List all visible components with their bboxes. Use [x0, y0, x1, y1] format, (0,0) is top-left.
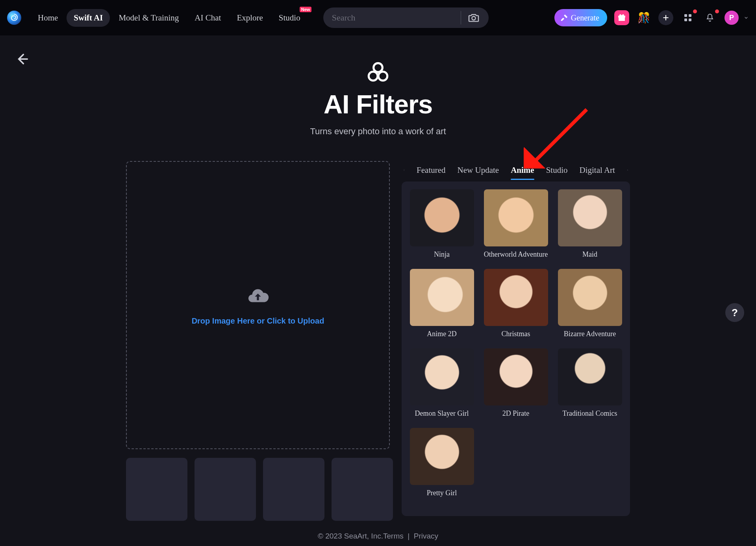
nav-home-label: Home: [38, 13, 58, 22]
main-nav: Home Swift AI Model & Training AI Chat E…: [31, 9, 308, 27]
tab-anime[interactable]: Anime: [511, 163, 534, 178]
tab-new-update[interactable]: New Update: [458, 163, 499, 178]
camera-icon[interactable]: [467, 11, 480, 24]
drop-text: Drop Image Here or Click to Upload: [192, 316, 324, 326]
header-actions: Generate 🎊: [554, 9, 749, 26]
filter-card-pretty-girl[interactable]: Pretty Girl: [409, 428, 475, 497]
face-thumb: [484, 269, 548, 326]
tabs-next-button[interactable]: [627, 167, 628, 174]
back-button[interactable]: [14, 51, 30, 67]
thumb-slot[interactable]: [126, 458, 187, 521]
svg-rect-1: [684, 14, 687, 17]
svg-rect-2: [689, 14, 691, 17]
brand-logo[interactable]: [7, 11, 21, 25]
nav-ai-chat[interactable]: AI Chat: [187, 9, 228, 27]
footer-sep: |: [408, 532, 410, 540]
apps-button[interactable]: [680, 10, 695, 25]
nav-model-training-label: Model & Training: [119, 13, 179, 22]
filter-grid: Ninja Otherworld Adventure Maid Anime 2D: [409, 189, 623, 497]
gift-button[interactable]: [614, 10, 629, 25]
filter-name: Bizarre Adventure: [564, 330, 616, 338]
filter-card-bizarre[interactable]: Bizarre Adventure: [557, 269, 623, 338]
filter-name: Anime 2D: [427, 330, 457, 338]
filter-name: Otherworld Adventure: [484, 250, 548, 259]
thumb-slot[interactable]: [332, 458, 393, 521]
filter-card-ninja[interactable]: Ninja: [409, 189, 475, 259]
search-input[interactable]: [332, 13, 458, 23]
filter-name: Maid: [582, 250, 597, 259]
nav-swift-ai[interactable]: Swift AI: [67, 9, 110, 27]
face-thumb: [410, 428, 474, 485]
filters-logo-icon: [365, 59, 391, 85]
notifications-button[interactable]: [702, 10, 717, 25]
nav-ai-chat-label: AI Chat: [195, 13, 221, 22]
swirl-icon: [9, 13, 19, 22]
avatar[interactable]: P: [724, 11, 739, 25]
confetti-button[interactable]: 🎊: [636, 10, 651, 25]
tabs-prev-button[interactable]: [403, 167, 405, 174]
face-thumb: [484, 189, 548, 246]
filter-card-christmas[interactable]: Christmas: [483, 269, 549, 338]
upload-column: Drop Image Here or Click to Upload: [126, 161, 393, 521]
svg-point-6: [369, 72, 378, 81]
nav-home[interactable]: Home: [31, 9, 65, 27]
gift-icon: [617, 13, 626, 22]
face-thumb: [410, 269, 474, 326]
nav-swift-ai-label: Swift AI: [74, 13, 103, 22]
tab-digital-art-label: Digital Art: [579, 165, 615, 175]
generate-button[interactable]: Generate: [554, 9, 607, 26]
tab-digital-art[interactable]: Digital Art: [579, 163, 615, 178]
filter-card-2d-pirate[interactable]: 2D Pirate: [483, 348, 549, 418]
upload-dropzone[interactable]: Drop Image Here or Click to Upload: [126, 161, 390, 449]
tab-featured[interactable]: Featured: [417, 163, 445, 178]
face-thumb: [484, 348, 548, 405]
notif-dot: [715, 9, 719, 13]
main-content: AI Filters Turns every photo into a work…: [126, 59, 630, 521]
face-thumb: [558, 348, 622, 405]
filter-card-traditional[interactable]: Traditional Comics: [557, 348, 623, 418]
footer: © 2023 SeaArt, Inc.Terms | Privacy: [0, 532, 756, 540]
plus-icon: [662, 14, 670, 22]
recent-thumbnails: [126, 458, 393, 521]
filter-panel: Ninja Otherworld Adventure Maid Anime 2D: [402, 181, 630, 516]
filter-category-tabs: Featured New Update Anime Studio Digital…: [402, 161, 630, 179]
svg-rect-4: [689, 19, 691, 21]
filter-card-anime2d[interactable]: Anime 2D: [409, 269, 475, 338]
filter-name: Christmas: [501, 330, 530, 338]
search-separator: [461, 11, 461, 24]
thumb-slot[interactable]: [263, 458, 324, 521]
apps-notification-dot: [693, 9, 697, 13]
grid-icon: [683, 13, 693, 22]
nav-studio-label: Studio: [279, 13, 300, 22]
help-icon: ?: [732, 307, 738, 319]
add-button[interactable]: [658, 10, 673, 25]
footer-privacy[interactable]: Privacy: [414, 532, 438, 540]
filter-column: Featured New Update Anime Studio Digital…: [402, 161, 630, 516]
search-bar[interactable]: [323, 7, 489, 28]
svg-point-7: [378, 72, 387, 81]
bell-icon: [705, 13, 715, 22]
svg-rect-3: [684, 19, 687, 21]
svg-point-5: [374, 63, 383, 72]
brush-icon: [560, 13, 569, 22]
new-badge: New: [300, 7, 312, 12]
filter-card-otherworld[interactable]: Otherworld Adventure: [483, 189, 549, 259]
filter-card-demon-slayer[interactable]: Demon Slayer Girl: [409, 348, 475, 418]
face-thumb: [558, 269, 622, 326]
tab-studio[interactable]: Studio: [546, 163, 568, 178]
nav-studio[interactable]: Studio New: [272, 9, 308, 27]
footer-terms[interactable]: Terms: [383, 532, 404, 540]
filter-name: Pretty Girl: [427, 489, 457, 497]
page-title: AI Filters: [324, 89, 433, 119]
help-button[interactable]: ?: [725, 303, 744, 322]
page-subtitle: Turns every photo into a work of art: [310, 126, 446, 137]
tab-featured-label: Featured: [417, 165, 445, 175]
nav-model-training[interactable]: Model & Training: [111, 9, 186, 27]
nav-explore[interactable]: Explore: [230, 9, 270, 27]
filter-card-maid[interactable]: Maid: [557, 189, 623, 259]
footer-copyright: © 2023 SeaArt, Inc.: [318, 532, 383, 540]
thumb-slot[interactable]: [195, 458, 256, 521]
cloud-upload-icon: [246, 285, 269, 308]
confetti-icon: 🎊: [637, 12, 650, 24]
chevron-down-icon[interactable]: [743, 15, 749, 20]
